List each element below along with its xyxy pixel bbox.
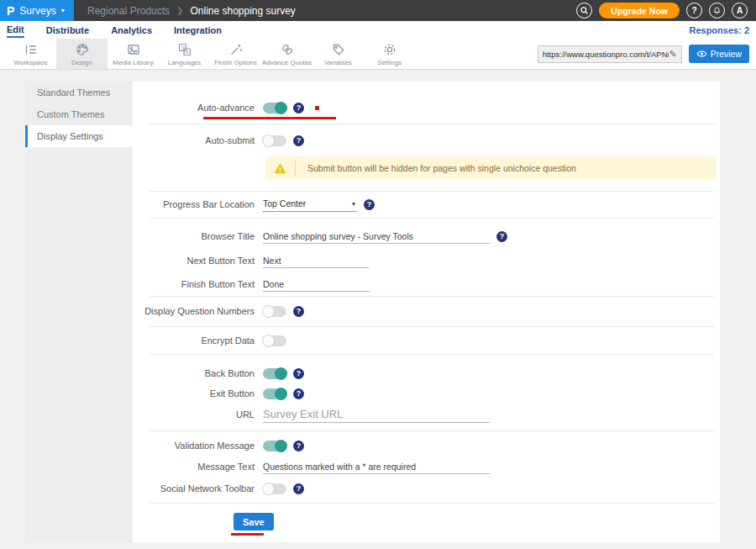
progress-bar-location-help-icon[interactable]: ? — [364, 199, 375, 210]
sidebar-item-standard-themes[interactable]: Standard Themes — [25, 82, 133, 103]
exit-button-row: Exit Button ? — [133, 384, 720, 403]
divider — [150, 124, 714, 124]
design-icon — [75, 42, 90, 57]
auto-advance-help-icon[interactable]: ? — [293, 103, 304, 113]
encrypt-data-row: Encrypt Data — [133, 331, 720, 350]
save-button[interactable]: Save — [234, 513, 274, 531]
divider — [150, 430, 714, 431]
breadcrumb-separator-icon: ❯ — [176, 6, 183, 15]
encrypt-data-label: Encrypt Data — [133, 331, 255, 350]
account-avatar[interactable]: A — [732, 3, 748, 18]
divider — [150, 503, 714, 504]
toolbar-item-variables[interactable]: Variables — [312, 39, 364, 69]
display-question-numbers-row: Display Question Numbers ? — [133, 302, 720, 320]
exit-url-row: URL — [133, 405, 720, 424]
display-settings-panel: Auto-advance ? Auto-submit ? ! Submit bu… — [133, 82, 720, 542]
help-button[interactable]: ? — [686, 3, 702, 18]
toolbar-item-languages[interactable]: 文A Languages — [159, 39, 210, 69]
responses-count-link[interactable]: Responses: 2 — [689, 25, 749, 35]
toolbar-item-media-library[interactable]: Media Library — [108, 39, 159, 69]
back-button-help-icon[interactable]: ? — [293, 368, 304, 379]
toolbar-item-workspace[interactable]: Workspace — [5, 39, 56, 69]
display-question-numbers-label: Display Question Numbers — [133, 302, 255, 320]
breadcrumb: Regional Products ❯ Online shopping surv… — [87, 5, 296, 17]
finish-options-icon — [228, 42, 244, 57]
divider — [150, 354, 714, 355]
social-network-toolbar-toggle[interactable] — [263, 483, 286, 494]
exit-url-label: URL — [133, 405, 255, 424]
tab-distribute[interactable]: Distribute — [46, 24, 89, 37]
svg-text:!: ! — [279, 166, 281, 173]
display-question-numbers-toggle[interactable] — [263, 306, 286, 317]
browser-title-label: Browser Title — [133, 227, 255, 245]
survey-nav-tabs: Edit Distribute Analytics Integration Re… — [0, 21, 756, 39]
annotation-red-dot — [315, 106, 319, 110]
workspace-icon — [24, 42, 39, 57]
sidebar-item-custom-themes[interactable]: Custom Themes — [25, 103, 133, 125]
edit-url-icon[interactable]: ✎ — [669, 49, 676, 60]
social-network-toolbar-help-icon[interactable]: ? — [293, 483, 304, 494]
auto-submit-help-icon[interactable]: ? — [293, 135, 304, 146]
next-button-text-label: Next Button Text — [133, 251, 255, 270]
survey-url-input[interactable] — [543, 50, 669, 59]
design-toolbar: Workspace Design Media Library 文A Langua… — [0, 39, 756, 70]
browser-title-help-icon[interactable]: ? — [496, 231, 507, 242]
toolbar-item-design[interactable]: Design — [56, 39, 108, 69]
finish-button-text-row: Finish Button Text — [133, 275, 720, 293]
top-bar: P Surveys ▾ Regional Products ❯ Online s… — [0, 0, 756, 21]
tab-analytics[interactable]: Analytics — [111, 24, 152, 37]
progress-bar-location-label: Progress Bar Location — [133, 195, 255, 214]
sidebar-item-display-settings[interactable]: Display Settings — [25, 125, 133, 147]
variables-icon — [331, 42, 346, 57]
next-button-text-input[interactable] — [263, 254, 370, 268]
exit-url-input[interactable] — [263, 406, 490, 423]
toolbar-item-advance-quotas[interactable]: Advance Quotas — [261, 39, 312, 69]
preview-button[interactable]: Preview — [689, 45, 749, 63]
svg-text:A: A — [185, 50, 188, 55]
bell-icon — [712, 6, 722, 15]
message-text-label: Message Text — [133, 457, 255, 476]
exit-button-help-icon[interactable]: ? — [293, 388, 304, 399]
browser-title-input[interactable] — [263, 230, 490, 244]
languages-icon: 文A — [177, 42, 192, 57]
divider — [150, 191, 714, 192]
notifications-button[interactable] — [709, 3, 725, 18]
auto-submit-toggle[interactable] — [263, 135, 286, 146]
divider — [150, 326, 714, 327]
tab-edit[interactable]: Edit — [7, 23, 24, 38]
progress-bar-location-row: Progress Bar Location Top Center ▾ ? — [133, 195, 720, 214]
exit-button-toggle[interactable] — [263, 388, 286, 399]
auto-advance-toggle[interactable] — [263, 103, 286, 113]
tab-integration[interactable]: Integration — [174, 24, 222, 37]
auto-submit-label: Auto-submit — [133, 131, 255, 150]
search-button[interactable] — [576, 3, 592, 18]
annotation-underline-auto-advance — [203, 117, 336, 119]
eye-icon — [696, 50, 707, 58]
auto-advance-label: Auto-advance — [133, 98, 255, 117]
toolbar-item-settings[interactable]: Settings — [364, 39, 415, 69]
finish-button-text-input[interactable] — [263, 277, 370, 292]
encrypt-data-toggle[interactable] — [263, 335, 286, 346]
validation-message-toggle[interactable] — [263, 441, 286, 451]
display-question-numbers-help-icon[interactable]: ? — [293, 306, 304, 317]
app-window: P Surveys ▾ Regional Products ❯ Online s… — [0, 0, 756, 549]
surveys-menu-label: Surveys — [19, 5, 55, 17]
back-button-toggle[interactable] — [263, 368, 286, 379]
social-network-toolbar-label: Social Network Toolbar — [133, 479, 255, 498]
divider — [150, 296, 714, 297]
browser-title-row: Browser Title ? — [133, 227, 720, 245]
social-network-toolbar-row: Social Network Toolbar ? — [133, 479, 720, 498]
media-library-icon — [126, 42, 141, 57]
breadcrumb-parent[interactable]: Regional Products — [87, 5, 170, 17]
message-text-input[interactable] — [263, 460, 490, 474]
advance-quotas-icon — [280, 42, 295, 57]
toolbar-item-finish-options[interactable]: Finish Options — [210, 39, 261, 69]
warning-text: Submit button will be hidden for pages w… — [296, 163, 576, 173]
back-button-label: Back Button — [133, 364, 255, 383]
upgrade-now-button[interactable]: Upgrade Now — [599, 3, 680, 18]
search-icon — [580, 6, 589, 15]
finish-button-text-label: Finish Button Text — [133, 275, 255, 293]
progress-bar-location-select[interactable]: Top Center ▾ — [263, 197, 357, 212]
validation-message-help-icon[interactable]: ? — [293, 441, 304, 451]
surveys-menu[interactable]: P Surveys ▾ — [0, 0, 74, 21]
